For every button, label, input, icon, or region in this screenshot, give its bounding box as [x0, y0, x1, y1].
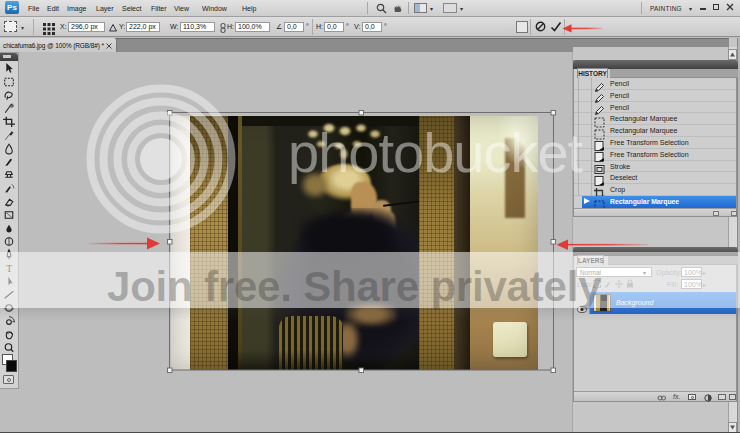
- svg-text:T: T: [6, 263, 12, 274]
